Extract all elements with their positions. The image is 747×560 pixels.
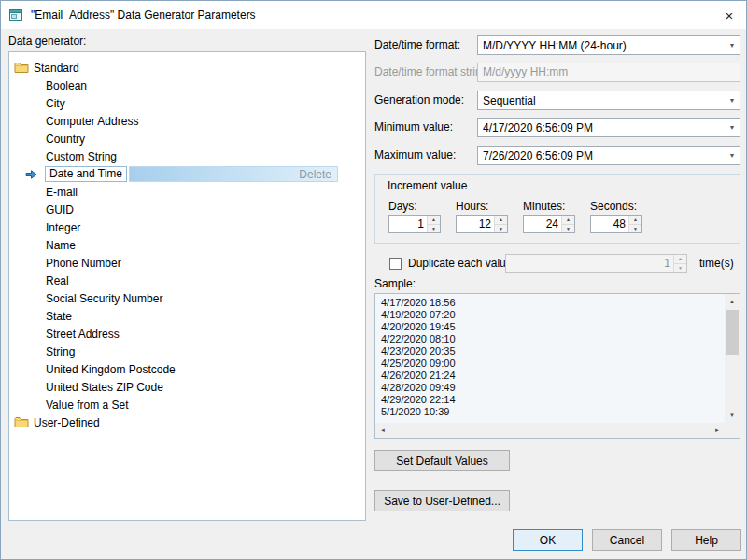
spin-down-icon[interactable]: ▼ bbox=[562, 225, 574, 233]
spin-up-icon: ▲ bbox=[674, 255, 686, 264]
maximum-value-value: 7/26/2020 6:56:09 PM bbox=[483, 149, 725, 162]
tree-item-label: Country bbox=[46, 133, 85, 146]
scroll-left-icon[interactable]: ◄ bbox=[375, 423, 390, 438]
tree-item[interactable]: City bbox=[9, 94, 365, 112]
tree-item-selected[interactable]: Date and TimeDelete bbox=[9, 165, 365, 183]
tree-item-label: City bbox=[46, 97, 65, 110]
horizontal-scrollbar[interactable]: ◄ ► bbox=[375, 423, 725, 438]
tree-item[interactable]: Integer bbox=[9, 218, 365, 236]
spin-up-icon[interactable]: ▲ bbox=[495, 216, 507, 225]
tree-item-label: Street Address bbox=[46, 328, 120, 341]
tree-item-label: E-mail bbox=[46, 186, 78, 199]
scroll-right-icon[interactable]: ► bbox=[710, 423, 725, 438]
format-string-input: M/d/yyyy HH:mm bbox=[477, 63, 740, 82]
tree-item[interactable]: United Kingdom Postcode bbox=[9, 360, 365, 378]
minutes-value: 24 bbox=[524, 216, 561, 232]
days-value: 1 bbox=[389, 216, 427, 232]
help-button[interactable]: Help bbox=[671, 529, 741, 551]
increment-value-group: Increment value Days: 1 ▲▼ Hours: 12 ▲▼ … bbox=[374, 174, 740, 244]
close-button[interactable]: × bbox=[712, 1, 746, 29]
tree-item[interactable]: State bbox=[9, 307, 365, 325]
tree-item-label: Computer Address bbox=[46, 115, 138, 128]
chevron-down-icon: ▼ bbox=[725, 97, 740, 104]
tree-item[interactable]: Computer Address bbox=[9, 112, 365, 130]
tree-item[interactable]: Phone Number bbox=[9, 254, 365, 272]
generation-mode-combo[interactable]: Sequential ▼ bbox=[477, 91, 740, 110]
days-label: Days: bbox=[388, 200, 417, 213]
spinner-buttons: ▲▼ bbox=[561, 216, 574, 232]
spin-down-icon[interactable]: ▼ bbox=[428, 225, 440, 233]
hours-spinner[interactable]: 12 ▲▼ bbox=[456, 215, 508, 233]
tree-item-label: Name bbox=[46, 239, 76, 252]
minimum-value-combo[interactable]: 4/17/2020 6:56:09 PM ▼ bbox=[477, 118, 740, 137]
chevron-down-icon: ▼ bbox=[725, 124, 740, 131]
tree-item-label: String bbox=[46, 345, 75, 358]
spin-up-icon[interactable]: ▲ bbox=[562, 216, 574, 225]
tree-folder[interactable]: User-Defined bbox=[9, 413, 365, 431]
tree-item[interactable]: Value from a Set bbox=[9, 396, 365, 413]
seconds-value: 48 bbox=[591, 216, 628, 232]
tree-item-label: Value from a Set bbox=[46, 399, 129, 412]
save-to-user-defined-button[interactable]: Save to User-Defined... bbox=[374, 490, 510, 511]
tree-item-label: GUID bbox=[46, 203, 74, 217]
scrollbar-corner bbox=[725, 423, 740, 438]
tree-item[interactable]: Real bbox=[9, 272, 365, 289]
app-icon bbox=[8, 7, 23, 22]
spin-up-icon[interactable]: ▲ bbox=[428, 216, 440, 225]
tree-item[interactable]: Social Security Number bbox=[9, 289, 365, 307]
tree-item-label: Phone Number bbox=[46, 257, 121, 270]
times-label: time(s) bbox=[699, 254, 734, 273]
tree-item-label: Custom String bbox=[46, 150, 117, 163]
tree-item[interactable]: E-mail bbox=[9, 183, 365, 201]
tree-item-label: United States ZIP Code bbox=[46, 381, 163, 394]
maximum-value-label: Maximum value: bbox=[374, 146, 456, 165]
datetime-format-combo[interactable]: M/D/YYYY HH:MM (24-hour) ▼ bbox=[477, 35, 740, 55]
sample-box: 4/17/2020 18:56 4/19/2020 07:20 4/20/202… bbox=[374, 293, 740, 439]
seconds-label: Seconds: bbox=[590, 200, 637, 213]
duplicate-each-value-label[interactable]: Duplicate each value bbox=[408, 254, 512, 273]
tree-item-label: Integer bbox=[46, 221, 80, 234]
spin-down-icon[interactable]: ▼ bbox=[495, 225, 507, 233]
tree-item-label: User-Defined bbox=[34, 416, 100, 429]
tree-folder[interactable]: Standard bbox=[9, 59, 365, 77]
sample-label: Sample: bbox=[374, 277, 416, 290]
days-spinner[interactable]: 1 ▲▼ bbox=[388, 215, 441, 233]
generator-tree[interactable]: StandardBooleanCityComputer AddressCount… bbox=[8, 51, 366, 521]
set-default-values-button[interactable]: Set Default Values bbox=[374, 450, 510, 471]
tree-item[interactable]: Country bbox=[9, 130, 365, 147]
spin-down-icon[interactable]: ▼ bbox=[629, 225, 641, 233]
hours-label: Hours: bbox=[456, 200, 488, 213]
ok-button[interactable]: OK bbox=[513, 529, 583, 551]
spinner-buttons: ▲▼ bbox=[494, 216, 507, 232]
scroll-down-icon[interactable]: ▼ bbox=[725, 408, 740, 423]
tree-item[interactable]: Boolean bbox=[9, 77, 365, 94]
duplicate-count-spinner: 1 ▲▼ bbox=[505, 254, 687, 273]
minutes-field: Minutes: 24 ▲▼ bbox=[523, 175, 575, 243]
tree-item[interactable]: Street Address bbox=[9, 325, 365, 343]
delete-action[interactable]: Delete bbox=[299, 168, 331, 181]
maximum-value-combo[interactable]: 7/26/2020 6:56:09 PM ▼ bbox=[477, 146, 740, 165]
spinner-buttons: ▲▼ bbox=[628, 216, 641, 232]
selection-highlight: Delete bbox=[129, 166, 338, 182]
scroll-up-icon[interactable]: ▲ bbox=[725, 294, 740, 309]
tree-item[interactable]: Name bbox=[9, 236, 365, 254]
tree-item[interactable]: String bbox=[9, 343, 365, 360]
tree-item[interactable]: Custom String bbox=[9, 147, 365, 165]
minutes-spinner[interactable]: 24 ▲▼ bbox=[523, 215, 575, 233]
tree-item-label: Boolean bbox=[46, 79, 87, 92]
cancel-button[interactable]: Cancel bbox=[592, 529, 662, 551]
tree-item[interactable]: United States ZIP Code bbox=[9, 378, 365, 396]
tree-item-label: State bbox=[46, 310, 72, 323]
seconds-spinner[interactable]: 48 ▲▼ bbox=[590, 215, 642, 233]
spin-up-icon[interactable]: ▲ bbox=[629, 216, 641, 225]
tree-item[interactable]: GUID bbox=[9, 201, 365, 218]
tree-item-label: Real bbox=[46, 274, 69, 287]
format-string-label: Date/time format string: bbox=[374, 63, 491, 82]
scrollbar-thumb[interactable] bbox=[726, 310, 739, 355]
spinner-buttons: ▲▼ bbox=[673, 255, 686, 272]
selected-item-arrow-icon bbox=[25, 170, 37, 179]
vertical-scrollbar[interactable]: ▲ ▼ bbox=[725, 294, 740, 423]
tree-item-label: Date and Time bbox=[45, 166, 127, 182]
duplicate-each-value-checkbox[interactable] bbox=[389, 258, 402, 270]
datetime-format-value: M/D/YYYY HH:MM (24-hour) bbox=[483, 39, 725, 52]
